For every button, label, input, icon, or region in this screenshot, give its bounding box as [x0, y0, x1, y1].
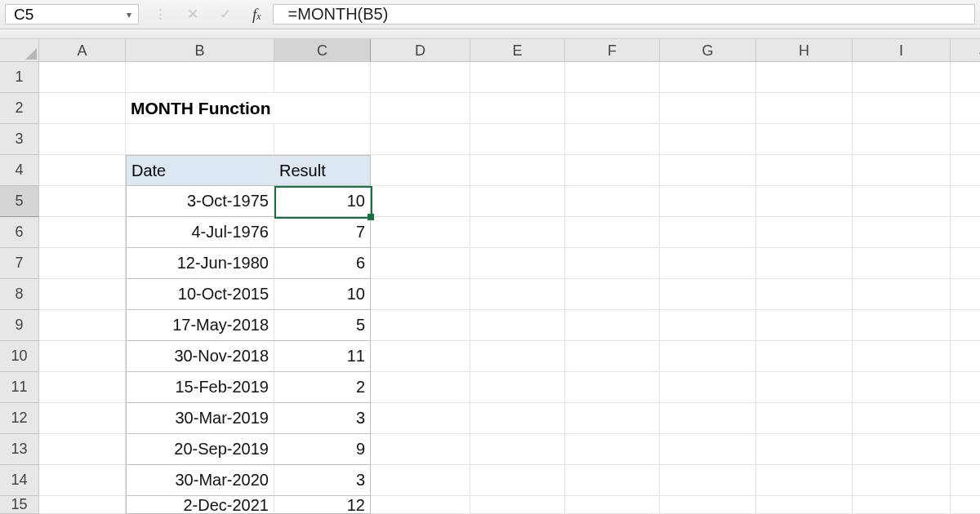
cell-D6[interactable]	[371, 217, 470, 248]
cell-J6[interactable]	[951, 217, 980, 248]
cell-H10[interactable]	[756, 341, 853, 372]
cell-F11[interactable]	[565, 372, 660, 403]
cell-H13[interactable]	[756, 434, 853, 465]
cell-A3[interactable]	[39, 124, 126, 155]
cell-D10[interactable]	[371, 341, 470, 372]
cell-B3[interactable]	[126, 124, 274, 155]
cell-B8[interactable]: 10-Oct-2015	[126, 279, 274, 310]
col-header-B[interactable]: B	[126, 39, 274, 62]
cell-C13[interactable]: 9	[274, 434, 371, 465]
col-header-C[interactable]: C	[274, 39, 371, 62]
cell-I13[interactable]	[853, 434, 951, 465]
cell-D12[interactable]	[371, 403, 470, 434]
row-header-15[interactable]: 15	[0, 496, 39, 514]
cell-G4[interactable]	[660, 155, 756, 186]
cell-J8[interactable]	[951, 279, 980, 310]
cell-I10[interactable]	[853, 341, 951, 372]
cell-E3[interactable]	[470, 124, 565, 155]
cell-J15[interactable]	[951, 496, 980, 514]
cell-J3[interactable]	[951, 124, 980, 155]
cell-H6[interactable]	[756, 217, 853, 248]
cell-F5[interactable]	[565, 186, 660, 217]
row-header-11[interactable]: 11	[0, 372, 39, 403]
cell-E13[interactable]	[470, 434, 565, 465]
cell-J14[interactable]	[951, 465, 980, 496]
cell-C15[interactable]: 12	[274, 496, 371, 514]
cell-J7[interactable]	[951, 248, 980, 279]
cell-J12[interactable]	[951, 403, 980, 434]
cell-H3[interactable]	[756, 124, 853, 155]
row-header-7[interactable]: 7	[0, 248, 39, 279]
cell-G11[interactable]	[660, 372, 756, 403]
cell-H8[interactable]	[756, 279, 853, 310]
table-header-result[interactable]: Result	[274, 155, 371, 186]
col-header-F[interactable]: F	[565, 39, 660, 62]
cell-D9[interactable]	[371, 310, 470, 341]
cell-B1[interactable]	[126, 62, 274, 93]
cell-F13[interactable]	[565, 434, 660, 465]
col-header-H[interactable]: H	[756, 39, 853, 62]
cell-C5[interactable]: 10	[274, 186, 371, 217]
cell-A5[interactable]	[39, 186, 126, 217]
cell-B6[interactable]: 4-Jul-1976	[126, 217, 274, 248]
cell-G9[interactable]	[660, 310, 756, 341]
row-header-12[interactable]: 12	[0, 403, 39, 434]
cell-A11[interactable]	[39, 372, 126, 403]
cell-A7[interactable]	[39, 248, 126, 279]
cell-H11[interactable]	[756, 372, 853, 403]
cell-B9[interactable]: 17-May-2018	[126, 310, 274, 341]
cell-B13[interactable]: 20-Sep-2019	[126, 434, 274, 465]
cell-E10[interactable]	[470, 341, 565, 372]
spreadsheet-grid[interactable]: A B C D E F G H I J 1 2 3 4	[0, 39, 980, 514]
cell-H14[interactable]	[756, 465, 853, 496]
cell-F9[interactable]	[565, 310, 660, 341]
cell-G8[interactable]	[660, 279, 756, 310]
row-header-5[interactable]: 5	[0, 186, 39, 217]
col-header-J[interactable]: J	[951, 39, 980, 62]
chevron-down-icon[interactable]: ▾	[127, 9, 131, 20]
cell-F15[interactable]	[565, 496, 660, 514]
fx-icon[interactable]: fx	[252, 7, 261, 22]
cell-B15[interactable]: 2-Dec-2021	[126, 496, 274, 514]
cell-C2[interactable]	[274, 93, 371, 124]
row-header-1[interactable]: 1	[0, 62, 39, 93]
cell-I12[interactable]	[853, 403, 951, 434]
cell-C7[interactable]: 6	[274, 248, 371, 279]
cancel-icon[interactable]: ✕	[187, 7, 198, 21]
cell-G2[interactable]	[660, 93, 756, 124]
cell-A14[interactable]	[39, 465, 126, 496]
cell-F10[interactable]	[565, 341, 660, 372]
cell-I4[interactable]	[853, 155, 951, 186]
cell-A15[interactable]	[39, 496, 126, 514]
formula-input[interactable]: =MONTH(B5)	[273, 4, 975, 24]
cell-A1[interactable]	[39, 62, 126, 93]
cell-A10[interactable]	[39, 341, 126, 372]
cell-E7[interactable]	[470, 248, 565, 279]
cell-A13[interactable]	[39, 434, 126, 465]
cell-G12[interactable]	[660, 403, 756, 434]
col-header-G[interactable]: G	[660, 39, 756, 62]
cell-B5[interactable]: 3-Oct-1975	[126, 186, 274, 217]
cell-E6[interactable]	[470, 217, 565, 248]
cell-B11[interactable]: 15-Feb-2019	[126, 372, 274, 403]
cell-E2[interactable]	[470, 93, 565, 124]
row-header-8[interactable]: 8	[0, 279, 39, 310]
cell-D8[interactable]	[371, 279, 470, 310]
cell-B14[interactable]: 30-Mar-2020	[126, 465, 274, 496]
cell-C12[interactable]: 3	[274, 403, 371, 434]
cell-A2[interactable]	[39, 93, 126, 124]
cell-G15[interactable]	[660, 496, 756, 514]
cell-D5[interactable]	[371, 186, 470, 217]
row-header-9[interactable]: 9	[0, 310, 39, 341]
cell-D13[interactable]	[371, 434, 470, 465]
cell-D11[interactable]	[371, 372, 470, 403]
cell-E8[interactable]	[470, 279, 565, 310]
cell-I11[interactable]	[853, 372, 951, 403]
row-header-6[interactable]: 6	[0, 217, 39, 248]
cell-G1[interactable]	[660, 62, 756, 93]
cell-C6[interactable]: 7	[274, 217, 371, 248]
cell-D3[interactable]	[371, 124, 470, 155]
cell-A4[interactable]	[39, 155, 126, 186]
cell-F12[interactable]	[565, 403, 660, 434]
cell-C11[interactable]: 2	[274, 372, 371, 403]
